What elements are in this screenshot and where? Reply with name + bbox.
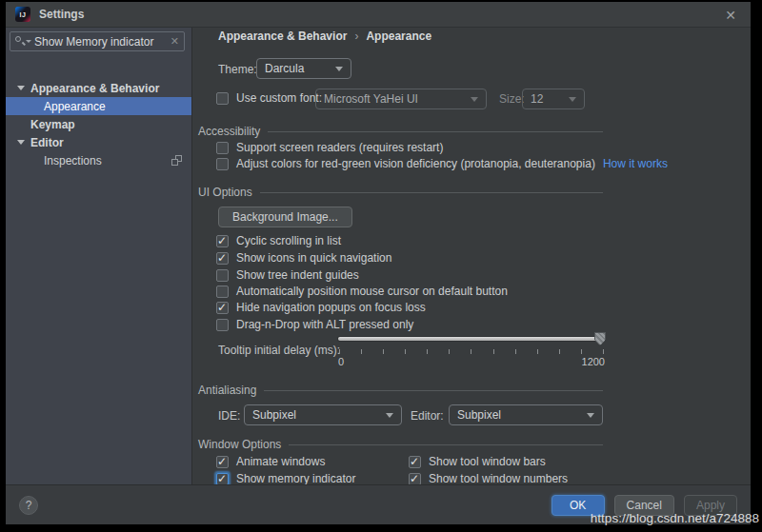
slider-ticks — [338, 349, 605, 354]
slider-track[interactable] — [338, 337, 605, 341]
use-custom-font-checkbox[interactable] — [216, 92, 229, 105]
hide-nav-popups-checkbox[interactable] — [216, 302, 229, 314]
editor-antialiasing-label: Editor: — [411, 409, 444, 423]
use-custom-font-row: Use custom font: — [216, 90, 322, 106]
section-divider — [260, 192, 603, 193]
section-divider — [264, 390, 603, 391]
search-value[interactable]: Show Memory indicator — [34, 35, 170, 49]
chevron-down-icon — [587, 413, 594, 418]
chevron-down-icon — [386, 413, 393, 418]
intellij-logo-icon: IJ — [15, 7, 30, 22]
copy-icon — [171, 155, 182, 166]
section-divider — [289, 444, 603, 445]
font-family-select[interactable]: Microsoft YaHei UI — [315, 89, 487, 109]
settings-sidebar: Show Memory indicator ✕ Appearance & Beh… — [6, 28, 192, 484]
slider-max-label: 1200 — [582, 356, 605, 367]
chevron-down-icon[interactable] — [17, 86, 25, 90]
editor-antialiasing-select[interactable]: Subpixel — [449, 404, 603, 425]
help-button[interactable]: ? — [19, 496, 38, 515]
auto-position-cursor-row: Automatically position mouse cursor on d… — [216, 284, 508, 299]
show-tool-window-bars-checkbox[interactable] — [409, 456, 421, 468]
chevron-down-icon — [471, 97, 478, 102]
support-screen-readers-checkbox[interactable] — [216, 142, 229, 154]
breadcrumb: Appearance & Behavior › Appearance — [218, 30, 431, 43]
tree-indent-guides-checkbox[interactable] — [216, 269, 229, 282]
adjust-colors-checkbox[interactable] — [216, 158, 229, 170]
watermark: https://blog.csdn.net/a724888 — [591, 511, 759, 525]
show-icons-quick-nav-checkbox[interactable] — [216, 252, 229, 265]
chevron-down-icon — [335, 67, 343, 71]
tree-indent-guides-row: Show tree indent guides — [216, 267, 359, 283]
slider-thumb[interactable] — [594, 332, 606, 345]
ui-options-section-header: UI Options — [198, 186, 603, 199]
sidebar-item-appearance[interactable]: Appearance — [6, 97, 191, 115]
section-divider — [268, 131, 603, 132]
drag-n-drop-alt-checkbox[interactable] — [216, 319, 229, 331]
title-bar: IJ Settings ✕ — [6, 2, 751, 28]
settings-dialog: IJ Settings ✕ Show Memory indicator ✕ Ap… — [6, 2, 751, 524]
drag-n-drop-alt-row: Drag-n-Drop with ALT pressed only — [216, 317, 413, 332]
theme-select[interactable]: Darcula — [256, 58, 351, 79]
font-size-label: Size: — [499, 92, 525, 106]
tooltip-delay-label: Tooltip initial delay (ms): — [218, 344, 340, 357]
use-custom-font-label: Use custom font: — [236, 91, 322, 105]
search-icon — [15, 36, 30, 48]
show-tool-window-bars-row: Show tool window bars — [409, 454, 546, 469]
font-size-select[interactable]: 12 — [522, 89, 585, 109]
close-icon[interactable]: ✕ — [722, 7, 739, 24]
auto-position-cursor-checkbox[interactable] — [216, 286, 229, 298]
show-memory-indicator-row: Show memory indicator — [216, 471, 355, 484]
cyclic-scrolling-row: Cyclic scrolling in list — [216, 233, 341, 248]
sidebar-item-editor[interactable]: Editor — [6, 133, 191, 151]
show-icons-quick-nav-row: Show icons in quick navigation — [216, 250, 391, 266]
show-tool-window-numbers-row: Show tool window numbers — [409, 471, 568, 484]
ide-antialiasing-select[interactable]: Subpixel — [244, 404, 402, 425]
ide-antialiasing-label: IDE: — [218, 409, 240, 423]
animate-windows-row: Animate windows — [216, 454, 325, 469]
clear-search-icon[interactable]: ✕ — [170, 35, 179, 48]
chevron-down-icon[interactable] — [17, 140, 25, 145]
red-green-vision-row: Adjust colors for red-green vision defic… — [216, 156, 668, 171]
breadcrumb-parent[interactable]: Appearance & Behavior — [218, 30, 347, 43]
appearance-settings-panel: Appearance & Behavior › Appearance Theme… — [193, 28, 751, 484]
sidebar-item-inspections[interactable]: Inspections — [6, 151, 191, 169]
chevron-down-icon — [569, 97, 576, 102]
sidebar-item-keymap[interactable]: Keymap — [6, 115, 191, 133]
screen-readers-row: Support screen readers (requires restart… — [216, 140, 443, 155]
cyclic-scrolling-checkbox[interactable] — [216, 235, 229, 247]
animate-windows-checkbox[interactable] — [216, 456, 229, 468]
tooltip-delay-slider[interactable]: 0 1200 — [338, 334, 605, 367]
window-title: Settings — [39, 8, 84, 21]
accessibility-section-header: Accessibility — [198, 125, 603, 138]
show-tool-window-numbers-checkbox[interactable] — [409, 473, 421, 485]
background-image-button[interactable]: Background Image... — [218, 207, 352, 227]
theme-label: Theme: — [218, 63, 257, 76]
antialiasing-section-header: Antialiasing — [198, 384, 603, 397]
slider-min-label: 0 — [338, 356, 344, 367]
sidebar-item-appearance-behavior[interactable]: Appearance & Behavior — [6, 79, 191, 97]
show-memory-indicator-checkbox[interactable] — [216, 473, 229, 485]
search-input[interactable]: Show Memory indicator ✕ — [10, 31, 185, 51]
breadcrumb-separator: › — [354, 30, 358, 43]
how-it-works-link[interactable]: How it works — [603, 157, 668, 170]
window-options-section-header: Window Options — [198, 438, 603, 451]
breadcrumb-current: Appearance — [366, 30, 431, 43]
hide-nav-popups-row: Hide navigation popups on focus loss — [216, 300, 426, 315]
